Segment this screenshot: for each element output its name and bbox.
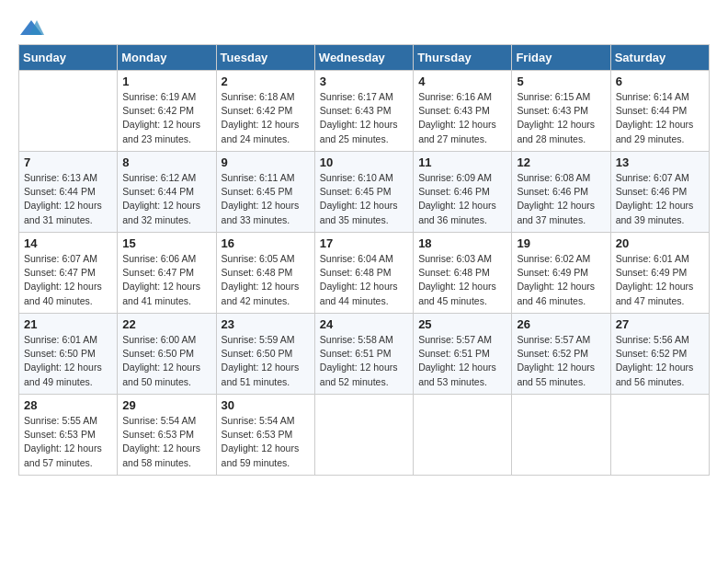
day-number: 16 (222, 236, 310, 250)
day-info: Sunrise: 6:09 AM Sunset: 6:46 PM Dayligh… (418, 171, 506, 227)
day-info: Sunrise: 5:54 AM Sunset: 6:53 PM Dayligh… (222, 414, 310, 470)
day-info: Sunrise: 6:18 AM Sunset: 6:42 PM Dayligh… (222, 90, 310, 146)
logo-icon (18, 18, 44, 37)
day-info: Sunrise: 6:03 AM Sunset: 6:48 PM Dayligh… (418, 252, 506, 308)
day-info: Sunrise: 6:08 AM Sunset: 6:46 PM Dayligh… (517, 171, 605, 227)
day-info: Sunrise: 6:06 AM Sunset: 6:47 PM Dayligh… (122, 252, 210, 308)
calendar-cell: 1Sunrise: 6:19 AM Sunset: 6:42 PM Daylig… (118, 71, 216, 152)
day-number: 1 (122, 75, 210, 88)
day-info: Sunrise: 6:14 AM Sunset: 6:44 PM Dayligh… (616, 90, 704, 146)
day-number: 26 (517, 317, 605, 331)
day-info: Sunrise: 6:07 AM Sunset: 6:47 PM Dayligh… (24, 252, 112, 308)
day-number: 9 (222, 155, 310, 169)
day-info: Sunrise: 6:19 AM Sunset: 6:42 PM Dayligh… (122, 90, 210, 146)
day-number: 29 (122, 398, 210, 412)
day-number: 20 (616, 236, 704, 250)
day-info: Sunrise: 5:57 AM Sunset: 6:51 PM Dayligh… (418, 333, 506, 389)
calendar-cell: 25Sunrise: 5:57 AM Sunset: 6:51 PM Dayli… (414, 314, 512, 395)
day-info: Sunrise: 5:54 AM Sunset: 6:53 PM Dayligh… (122, 414, 210, 470)
weekday-header: Wednesday (314, 45, 413, 71)
day-number: 11 (418, 155, 506, 169)
day-number: 12 (517, 155, 605, 169)
calendar-cell (414, 395, 512, 476)
calendar-cell: 28Sunrise: 5:55 AM Sunset: 6:53 PM Dayli… (19, 395, 118, 476)
calendar-cell: 26Sunrise: 5:57 AM Sunset: 6:52 PM Dayli… (512, 314, 610, 395)
day-info: Sunrise: 6:05 AM Sunset: 6:48 PM Dayligh… (222, 252, 310, 308)
day-number: 8 (122, 155, 210, 169)
day-info: Sunrise: 5:57 AM Sunset: 6:52 PM Dayligh… (517, 333, 605, 389)
day-number: 13 (616, 155, 704, 169)
day-number: 10 (320, 155, 408, 169)
day-info: Sunrise: 5:59 AM Sunset: 6:50 PM Dayligh… (222, 333, 310, 389)
calendar-cell: 20Sunrise: 6:01 AM Sunset: 6:49 PM Dayli… (610, 233, 709, 314)
calendar-cell: 30Sunrise: 5:54 AM Sunset: 6:53 PM Dayli… (216, 395, 314, 476)
calendar-cell (610, 395, 709, 476)
calendar-cell: 15Sunrise: 6:06 AM Sunset: 6:47 PM Dayli… (118, 233, 216, 314)
day-number: 7 (24, 155, 112, 169)
weekday-header: Thursday (414, 45, 512, 71)
day-info: Sunrise: 6:17 AM Sunset: 6:43 PM Dayligh… (320, 90, 408, 146)
day-info: Sunrise: 5:56 AM Sunset: 6:52 PM Dayligh… (616, 333, 704, 389)
day-info: Sunrise: 6:15 AM Sunset: 6:43 PM Dayligh… (517, 90, 605, 146)
calendar-cell: 8Sunrise: 6:12 AM Sunset: 6:44 PM Daylig… (118, 152, 216, 233)
day-number: 15 (122, 236, 210, 250)
day-number: 22 (122, 317, 210, 331)
day-number: 6 (616, 75, 704, 88)
day-number: 25 (418, 317, 506, 331)
day-info: Sunrise: 6:11 AM Sunset: 6:45 PM Dayligh… (222, 171, 310, 227)
day-info: Sunrise: 5:58 AM Sunset: 6:51 PM Dayligh… (320, 333, 408, 389)
day-number: 21 (24, 317, 112, 331)
calendar-cell (314, 395, 413, 476)
day-number: 5 (517, 75, 605, 88)
calendar-cell: 13Sunrise: 6:07 AM Sunset: 6:46 PM Dayli… (610, 152, 709, 233)
weekday-header: Sunday (19, 45, 118, 71)
weekday-header-row: SundayMondayTuesdayWednesdayThursdayFrid… (19, 45, 710, 71)
day-number: 24 (320, 317, 408, 331)
calendar-cell: 14Sunrise: 6:07 AM Sunset: 6:47 PM Dayli… (19, 233, 118, 314)
day-number: 28 (24, 398, 112, 412)
calendar-cell: 9Sunrise: 6:11 AM Sunset: 6:45 PM Daylig… (216, 152, 314, 233)
calendar-cell: 7Sunrise: 6:13 AM Sunset: 6:44 PM Daylig… (19, 152, 118, 233)
day-number: 3 (320, 75, 408, 88)
calendar-week-row: 1Sunrise: 6:19 AM Sunset: 6:42 PM Daylig… (19, 71, 710, 152)
day-number: 4 (418, 75, 506, 88)
calendar-cell (19, 71, 118, 152)
logo (18, 18, 48, 37)
day-number: 23 (222, 317, 310, 331)
weekday-header: Saturday (610, 45, 709, 71)
weekday-header: Monday (118, 45, 216, 71)
day-info: Sunrise: 6:01 AM Sunset: 6:49 PM Dayligh… (616, 252, 704, 308)
day-number: 19 (517, 236, 605, 250)
day-info: Sunrise: 6:07 AM Sunset: 6:46 PM Dayligh… (616, 171, 704, 227)
calendar-cell: 6Sunrise: 6:14 AM Sunset: 6:44 PM Daylig… (610, 71, 709, 152)
calendar-cell: 21Sunrise: 6:01 AM Sunset: 6:50 PM Dayli… (19, 314, 118, 395)
calendar-cell: 29Sunrise: 5:54 AM Sunset: 6:53 PM Dayli… (118, 395, 216, 476)
calendar-cell: 11Sunrise: 6:09 AM Sunset: 6:46 PM Dayli… (414, 152, 512, 233)
calendar-cell: 22Sunrise: 6:00 AM Sunset: 6:50 PM Dayli… (118, 314, 216, 395)
calendar-cell: 12Sunrise: 6:08 AM Sunset: 6:46 PM Dayli… (512, 152, 610, 233)
calendar-week-row: 21Sunrise: 6:01 AM Sunset: 6:50 PM Dayli… (19, 314, 710, 395)
day-number: 2 (222, 75, 310, 88)
calendar-cell: 16Sunrise: 6:05 AM Sunset: 6:48 PM Dayli… (216, 233, 314, 314)
calendar-week-row: 7Sunrise: 6:13 AM Sunset: 6:44 PM Daylig… (19, 152, 710, 233)
day-info: Sunrise: 6:00 AM Sunset: 6:50 PM Dayligh… (122, 333, 210, 389)
calendar-cell (512, 395, 610, 476)
calendar-cell: 17Sunrise: 6:04 AM Sunset: 6:48 PM Dayli… (314, 233, 413, 314)
calendar-cell: 23Sunrise: 5:59 AM Sunset: 6:50 PM Dayli… (216, 314, 314, 395)
calendar-cell: 2Sunrise: 6:18 AM Sunset: 6:42 PM Daylig… (216, 71, 314, 152)
day-number: 27 (616, 317, 704, 331)
day-number: 30 (222, 398, 310, 412)
day-info: Sunrise: 6:01 AM Sunset: 6:50 PM Dayligh… (24, 333, 112, 389)
calendar-table: SundayMondayTuesdayWednesdayThursdayFrid… (18, 44, 710, 476)
calendar-cell: 18Sunrise: 6:03 AM Sunset: 6:48 PM Dayli… (414, 233, 512, 314)
calendar-week-row: 14Sunrise: 6:07 AM Sunset: 6:47 PM Dayli… (19, 233, 710, 314)
calendar-cell: 10Sunrise: 6:10 AM Sunset: 6:45 PM Dayli… (314, 152, 413, 233)
day-info: Sunrise: 6:10 AM Sunset: 6:45 PM Dayligh… (320, 171, 408, 227)
calendar-cell: 3Sunrise: 6:17 AM Sunset: 6:43 PM Daylig… (314, 71, 413, 152)
day-info: Sunrise: 6:02 AM Sunset: 6:49 PM Dayligh… (517, 252, 605, 308)
calendar-cell: 5Sunrise: 6:15 AM Sunset: 6:43 PM Daylig… (512, 71, 610, 152)
calendar-cell: 27Sunrise: 5:56 AM Sunset: 6:52 PM Dayli… (610, 314, 709, 395)
page-header (18, 18, 710, 37)
day-number: 14 (24, 236, 112, 250)
day-info: Sunrise: 5:55 AM Sunset: 6:53 PM Dayligh… (24, 414, 112, 470)
